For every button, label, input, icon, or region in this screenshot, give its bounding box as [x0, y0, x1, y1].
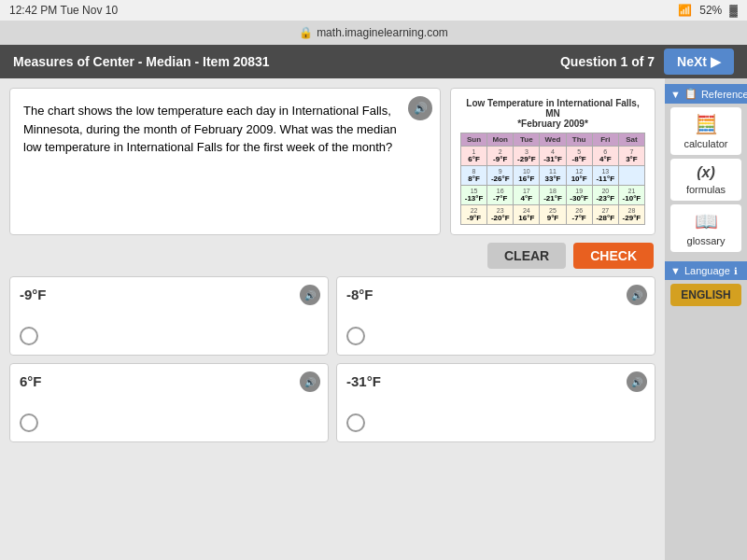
speaker-icon: 🔊: [414, 100, 428, 117]
status-right: 📶 52% ▓: [678, 4, 738, 17]
answer-box-a[interactable]: 🔊 -9°F: [9, 276, 329, 356]
col-saturday: Sat: [618, 133, 644, 147]
answer-a-audio-button[interactable]: 🔊: [300, 285, 320, 305]
speaker-icon: 🔊: [631, 377, 642, 387]
speaker-icon: 🔊: [631, 290, 642, 301]
formulas-tool[interactable]: (x) formulas: [670, 159, 741, 201]
sidebar: ▼ 📋 Reference 🧮 calculator (x) formulas …: [665, 78, 747, 560]
page-title: Measures of Center - Median - Item 20831: [13, 54, 270, 69]
answer-box-b[interactable]: 🔊 -8°F: [336, 276, 655, 356]
answers-grid: 🔊 -9°F 🔊 -8°F 🔊 6°F: [9, 276, 655, 442]
status-left: 12:42 PM Tue Nov 10: [9, 4, 118, 17]
answer-d-text: -31°F: [346, 373, 645, 389]
col-sunday: Sun: [461, 133, 487, 147]
table-row: 15-13°F 16-7°F 174°F 18-21°F 19-30°F 20-…: [461, 186, 645, 205]
day: Tue Nov 10: [61, 4, 119, 17]
question-text: The chart shows the low temperature each…: [23, 104, 397, 154]
lock-icon: 🔒: [299, 26, 313, 39]
reference-label: Reference: [701, 89, 747, 100]
time: 12:42 PM: [9, 4, 57, 17]
answer-c-text: 6°F: [20, 373, 318, 389]
col-monday: Mon: [487, 133, 514, 147]
address-bar: 🔒 math.imaginelearning.com: [0, 21, 747, 45]
question-text-box: The chart shows the low temperature each…: [9, 88, 441, 235]
glossary-icon: 📖: [695, 210, 718, 232]
reference-book-icon: 📋: [684, 88, 698, 100]
english-button[interactable]: ENGLISH: [670, 284, 741, 306]
calendar-table: Sun Mon Tue Wed Thu Fri Sat 16°F 2-9°F: [460, 133, 645, 225]
table-row: 88°F 9-26°F 1016°F 1133°F 1210°F 13-11°F: [461, 166, 645, 186]
status-bar: 12:42 PM Tue Nov 10 📶 52% ▓: [0, 0, 747, 21]
content-area: The chart shows the low temperature each…: [0, 78, 665, 560]
answer-b-text: -8°F: [346, 287, 645, 302]
calculator-icon: 🧮: [695, 113, 718, 135]
col-thursday: Thu: [566, 133, 592, 147]
answer-box-c[interactable]: 🔊 6°F: [9, 363, 329, 442]
action-row: CLEAR CHECK: [9, 243, 655, 269]
next-button[interactable]: NeXt ▶: [664, 49, 734, 75]
battery-text: 52%: [699, 4, 722, 17]
col-tuesday: Tue: [514, 133, 540, 147]
formulas-icon: (x): [697, 164, 715, 181]
answer-box-d[interactable]: 🔊 -31°F: [336, 363, 655, 442]
language-header[interactable]: ▼ Language ℹ: [665, 261, 747, 280]
table-row: 16°F 2-9°F 3-29°F 4-31°F 5-8°F 64°F 73°F: [461, 147, 645, 166]
answer-c-audio-button[interactable]: 🔊: [300, 371, 320, 392]
speaker-icon: 🔊: [304, 377, 316, 387]
reference-header[interactable]: ▼ 📋 Reference: [665, 84, 747, 104]
answer-a-radio[interactable]: [20, 327, 38, 345]
info-icon: ℹ: [734, 266, 738, 276]
calculator-label: calculator: [684, 138, 727, 149]
table-row: 22-9°F 23-20°F 2416°F 259°F 26-7°F 27-28…: [461, 205, 645, 225]
question-area: The chart shows the low temperature each…: [9, 88, 655, 235]
speaker-icon: 🔊: [304, 290, 316, 301]
answer-a-text: -9°F: [20, 287, 318, 302]
answer-d-audio-button[interactable]: 🔊: [627, 371, 647, 392]
question-counter: Question 1 of 7: [560, 54, 655, 69]
col-friday: Fri: [592, 133, 618, 147]
language-label: Language: [684, 265, 730, 276]
question-audio-button[interactable]: 🔊: [408, 96, 432, 120]
glossary-tool[interactable]: 📖 glossary: [670, 204, 741, 252]
main-layout: The chart shows the low temperature each…: [0, 78, 747, 560]
battery-icon: ▓: [729, 4, 738, 17]
answer-b-audio-button[interactable]: 🔊: [627, 285, 647, 305]
calculator-tool[interactable]: 🧮 calculator: [670, 107, 741, 155]
next-arrow-icon: ▶: [711, 54, 721, 69]
reference-chevron-icon: ▼: [670, 89, 681, 100]
chart-title: Low Temperature in International Falls, …: [460, 98, 645, 129]
url: math.imaginelearning.com: [317, 26, 448, 39]
wifi-icon: 📶: [678, 4, 692, 17]
col-wednesday: Wed: [540, 133, 566, 147]
answer-b-radio[interactable]: [346, 327, 365, 345]
page-header: Measures of Center - Median - Item 20831…: [0, 45, 747, 78]
answer-c-radio[interactable]: [20, 413, 38, 432]
formulas-label: formulas: [686, 184, 726, 195]
next-label: NeXt: [677, 54, 707, 69]
glossary-label: glossary: [687, 235, 726, 246]
language-chevron-icon: ▼: [670, 265, 681, 276]
answer-d-radio[interactable]: [346, 413, 365, 432]
check-button[interactable]: CHECK: [573, 243, 654, 269]
chart-box: Low Temperature in International Falls, …: [450, 88, 655, 235]
clear-button[interactable]: CLEAR: [487, 243, 566, 269]
